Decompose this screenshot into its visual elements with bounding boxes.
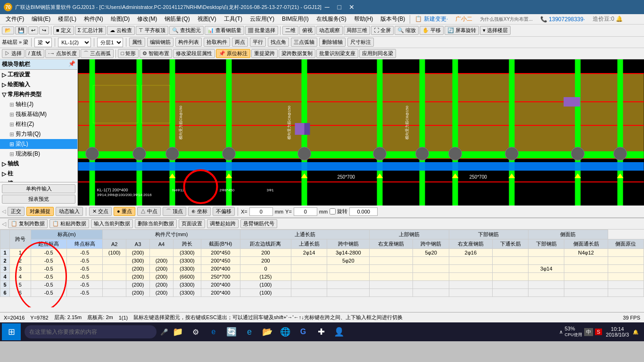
table-cell[interactable]: -0.5	[66, 273, 102, 281]
table-cell[interactable]	[327, 281, 370, 289]
table-cell[interactable]: 3	[0, 265, 10, 273]
btn-redo[interactable]: ↪	[39, 26, 49, 34]
table-cell[interactable]	[528, 249, 564, 257]
table-cell[interactable]: 200*400	[201, 281, 240, 289]
table-cell[interactable]	[103, 273, 126, 281]
table-cell[interactable]	[528, 289, 564, 297]
menu-notice[interactable]: 为什么筏板XY方向布置...	[476, 15, 537, 24]
table-cell[interactable]: 5	[0, 281, 10, 289]
cad-canvas-area[interactable]: KL-1(7) 200*400 3Φ14;3Φ8@100/200;3Φ14:20…	[78, 59, 644, 206]
btn-object-snap[interactable]: 对象捕捉	[26, 207, 54, 216]
btn-del-col-data[interactable]: 删除当前列数据	[135, 219, 177, 228]
menu-floor[interactable]: 楼层(L)	[54, 14, 80, 24]
table-cell[interactable]	[103, 289, 126, 297]
btn-edit-rebar[interactable]: 编辑钢筋	[147, 38, 173, 47]
btn-line[interactable]: / 直线	[25, 49, 44, 58]
btn-pan[interactable]: ✋ 平移	[420, 26, 444, 35]
table-cell[interactable]: 4	[0, 273, 10, 281]
table-row[interactable]: 22-0.5-0.5(300)(200)(3300)200*4502005φ20	[0, 257, 644, 265]
lang-indicator[interactable]: 中	[584, 328, 593, 336]
table-cell[interactable]: 2	[10, 257, 31, 265]
table-cell[interactable]: (100)	[103, 249, 126, 257]
table-cell[interactable]: -0.5	[31, 265, 66, 273]
btn-point-extend[interactable]: ·→ 点加长度	[45, 49, 80, 58]
btn-save[interactable]: 💾	[15, 26, 27, 34]
ime-indicator[interactable]: S	[595, 329, 602, 335]
table-cell[interactable]	[449, 289, 492, 297]
table-cell[interactable]: (200)	[150, 257, 173, 265]
table-cell[interactable]: (3300)	[173, 265, 201, 273]
taskbar-app-browser[interactable]: 🌐	[278, 324, 293, 339]
table-cell[interactable]: (3300)	[173, 249, 201, 257]
btn-re-span[interactable]: 重提梁跨	[251, 49, 278, 58]
table-cell[interactable]: 5φ20	[413, 249, 449, 257]
btn-intersection[interactable]: ✕ 交点	[89, 207, 112, 216]
btn-fullscreen[interactable]: ⛶ 全屏	[371, 26, 394, 35]
btn-select-floor[interactable]: ▾ 选择楼层	[480, 26, 511, 35]
taskbar-app-plus[interactable]: ✚	[314, 324, 329, 339]
table-cell[interactable]: -0.5	[66, 257, 102, 265]
btn-view-rebar[interactable]: 📊 查看钢筋量	[205, 26, 244, 35]
btn-dynamic[interactable]: 动态观察	[316, 26, 343, 35]
btn-no-offset[interactable]: 不偏移	[213, 207, 235, 216]
table-cell[interactable]: (3300)	[173, 289, 201, 297]
table-cell[interactable]	[449, 257, 492, 265]
btn-select[interactable]: ▷ 选择	[2, 49, 25, 58]
table-cell[interactable]: -0.5	[31, 273, 66, 281]
table-cell[interactable]	[449, 265, 492, 273]
table-cell[interactable]	[291, 289, 327, 297]
table-cell[interactable]: (200)	[126, 289, 150, 297]
table-cell[interactable]	[608, 265, 644, 273]
maximize-button[interactable]: □	[334, 2, 345, 12]
table-cell[interactable]: 6	[0, 289, 10, 297]
table-cell[interactable]	[528, 281, 564, 289]
table-cell[interactable]	[528, 273, 564, 281]
taskbar-app-edge[interactable]: e	[206, 324, 221, 339]
btn-zoom[interactable]: 🔍 缩放	[395, 26, 419, 35]
sidebar-item-axis-col[interactable]: ⊞ 轴柱(J)	[0, 99, 77, 109]
table-cell[interactable]	[370, 289, 413, 297]
table-cell[interactable]: -0.5	[66, 281, 102, 289]
table-cell[interactable]: 1	[0, 249, 10, 257]
table-cell[interactable]	[564, 265, 608, 273]
table-cell[interactable]	[413, 257, 449, 265]
btn-sum[interactable]: Σ 汇总计算	[75, 26, 106, 35]
table-cell[interactable]: 5	[10, 281, 31, 289]
table-cell[interactable]	[564, 281, 608, 289]
table-cell[interactable]: (100)	[240, 289, 291, 297]
btn-local-3d[interactable]: 局部三维	[344, 26, 370, 35]
table-cell[interactable]: -0.5	[31, 289, 66, 297]
table-cell[interactable]: (3300)	[173, 257, 201, 265]
rotate-checkbox[interactable]	[330, 208, 336, 214]
sidebar-item-shear-wall[interactable]: ⊞ 剪力墙(Q)	[0, 129, 77, 139]
table-cell[interactable]	[608, 249, 644, 257]
table-row[interactable]: 33-0.5-0.5(200)(200)(3300)200*40003φ14	[0, 265, 644, 273]
table-cell[interactable]: (200)	[150, 281, 173, 289]
btn-find[interactable]: 🔍 查找图元	[169, 26, 204, 35]
menu-online[interactable]: 在线服务(S)	[313, 14, 350, 24]
table-cell[interactable]	[370, 281, 413, 289]
menu-tools[interactable]: 工具(T)	[220, 14, 246, 24]
sidebar-item-frame-col[interactable]: ⊞ 框柱(Z)	[0, 119, 77, 129]
table-cell[interactable]: 200*400	[201, 289, 240, 297]
table-cell[interactable]	[413, 265, 449, 273]
btn-apply-same[interactable]: 应用到同名梁	[359, 49, 396, 58]
input-y[interactable]: 0	[294, 207, 317, 216]
taskbar-app-google[interactable]: G	[296, 324, 311, 339]
table-cell[interactable]: 5φ20	[327, 257, 370, 265]
btn-vertex[interactable]: ⌒ 顶点	[163, 207, 186, 216]
table-cell[interactable]: (200)	[126, 281, 150, 289]
tray-arrow[interactable]: ∧	[559, 329, 563, 335]
sidebar-item-draw-input[interactable]: ▷ 绘图输入	[0, 80, 77, 90]
table-cell[interactable]: (200)	[150, 273, 173, 281]
btn-top-view[interactable]: 俯视	[299, 26, 315, 35]
table-cell[interactable]	[103, 281, 126, 289]
close-button[interactable]: ✕	[346, 2, 357, 12]
sidebar-item-cast-slab[interactable]: ⊞ 现浇板(B)	[0, 149, 77, 159]
taskbar-search[interactable]	[25, 325, 157, 338]
table-cell[interactable]	[291, 281, 327, 289]
taskbar-app-user[interactable]: 👤	[331, 324, 347, 339]
menu-cloud[interactable]: 云应用(Y)	[246, 14, 278, 24]
table-cell[interactable]: N4φ12	[564, 249, 608, 257]
sidebar-item-project-setup[interactable]: ▷ 工程设置	[0, 70, 77, 80]
